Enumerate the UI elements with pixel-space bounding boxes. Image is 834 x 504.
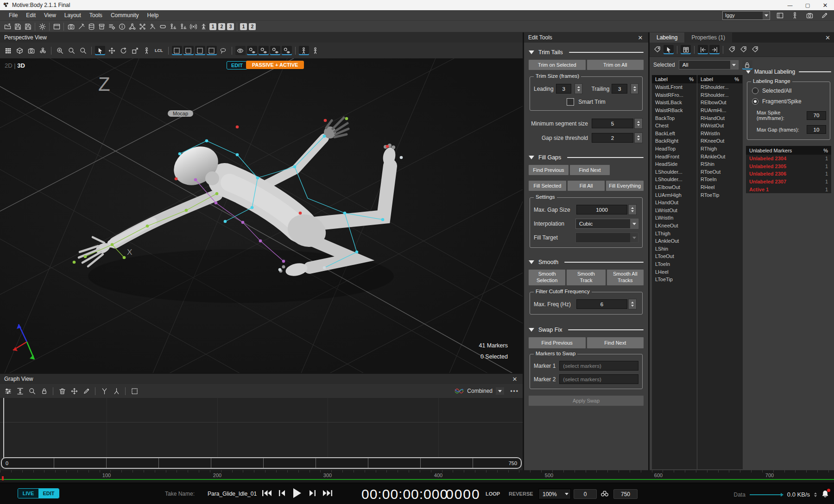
panel-assets-icon[interactable]: [775, 11, 785, 20]
select-cursor-icon[interactable]: [95, 46, 105, 55]
fillgaps-find-previous-button[interactable]: Find Previous: [529, 165, 569, 175]
unlabeled-row[interactable]: Unlabeled 23071: [746, 178, 831, 186]
viewport-3d-scene[interactable]: Z X: [0, 58, 523, 373]
archive-icon[interactable]: [96, 22, 107, 31]
info-icon[interactable]: [117, 22, 127, 31]
timeline-ruler[interactable]: 100200300400500600700: [0, 470, 834, 483]
label-row[interactable]: LAnkleOut: [652, 237, 697, 245]
mode-3d[interactable]: 3D: [17, 62, 25, 69]
label-row[interactable]: RWristOut: [697, 122, 742, 130]
tab-labeling[interactable]: Labeling: [650, 32, 684, 43]
skeleton-tracks2-icon[interactable]: [178, 22, 188, 31]
max-freq-stepper[interactable]: [628, 299, 637, 309]
fill-selected-button[interactable]: Fill Selected: [529, 181, 566, 191]
viewport-tracker-icon[interactable]: [38, 46, 48, 55]
label-cursor-icon[interactable]: [663, 45, 674, 54]
data-streaming-icon[interactable]: [86, 22, 96, 31]
chevron-down-icon[interactable]: [630, 219, 638, 228]
trim-on-selected-button[interactable]: Trim on Selected: [529, 60, 586, 70]
skeleton-solid-icon[interactable]: [310, 46, 321, 55]
chevron-down-icon[interactable]: [763, 12, 770, 19]
label-row[interactable]: RAnkleOut: [697, 152, 742, 160]
label-row[interactable]: HeadFront: [652, 152, 697, 160]
label-next-icon[interactable]: [727, 45, 737, 54]
translate-icon[interactable]: [107, 46, 117, 55]
label-row[interactable]: LHeel: [652, 268, 697, 276]
signal-icon[interactable]: [188, 22, 198, 31]
smooth-selection-button[interactable]: Smooth Selection: [529, 270, 565, 285]
layout-preset-button[interactable]: 1: [209, 23, 216, 30]
label-row[interactable]: RElbowOut: [697, 99, 742, 107]
smooth-all-tracks-button[interactable]: Smooth All Tracks: [607, 270, 644, 285]
label-row[interactable]: LUArmHigh: [652, 191, 697, 199]
gap-threshold-field[interactable]: 2: [592, 133, 633, 143]
skip-to-start-icon[interactable]: [262, 490, 272, 497]
max-freq-field[interactable]: 6: [576, 299, 627, 309]
collapse-icon[interactable]: [529, 156, 534, 159]
max-gap-size-stepper[interactable]: [628, 204, 637, 215]
edit-tools-close-icon[interactable]: ✕: [637, 34, 644, 41]
interpolation-dropdown[interactable]: Cubic: [575, 219, 638, 229]
network-icon[interactable]: [127, 22, 137, 31]
swapfix-find-previous-button[interactable]: Find Previous: [529, 337, 586, 348]
section-smooth[interactable]: Smooth: [524, 259, 648, 265]
minimize-button[interactable]: —: [781, 0, 799, 10]
settings-gear-icon[interactable]: [37, 22, 47, 31]
graph-split-icon[interactable]: [111, 386, 121, 396]
graph-marquee-icon[interactable]: [129, 386, 139, 396]
chevron-down-icon[interactable]: [730, 61, 738, 69]
marker1-field[interactable]: (select markers): [559, 361, 638, 371]
graph-mode-dropdown[interactable]: Combined: [455, 387, 504, 395]
section-swap-fix[interactable]: Swap Fix: [524, 327, 648, 333]
viewport-grid-icon[interactable]: [3, 46, 13, 55]
unlabeled-row[interactable]: Unlabeled 23061: [746, 170, 831, 178]
label-remove-icon[interactable]: [750, 45, 760, 54]
graph-zoom-icon[interactable]: [27, 386, 37, 396]
lasso-select-icon[interactable]: [218, 46, 228, 55]
notifications-bell-icon[interactable]: [821, 490, 829, 499]
min-segment-stepper[interactable]: [634, 118, 643, 129]
label-columns-icon[interactable]: [681, 45, 691, 54]
label-row[interactable]: LKneeOut: [652, 222, 697, 230]
chevron-down-icon[interactable]: [565, 493, 569, 495]
label-row[interactable]: RHandOut: [697, 114, 742, 122]
skeleton-tracks-icon[interactable]: [168, 22, 178, 31]
marquee-select-icon[interactable]: [172, 46, 182, 55]
label-row[interactable]: WaistLFront: [652, 83, 697, 91]
menu-item[interactable]: View: [40, 10, 60, 20]
menu-item[interactable]: Help: [143, 10, 163, 20]
max-gap-frames-field[interactable]: 10: [807, 125, 826, 134]
marker-lock-visibility-icon[interactable]: [259, 46, 269, 55]
collapse-icon[interactable]: [529, 50, 534, 54]
chevron-down-icon[interactable]: [496, 387, 504, 395]
data-rate-stepper[interactable]: [814, 492, 817, 497]
edit-mode-badge[interactable]: EDIT: [227, 61, 247, 69]
skeleton-visibility-icon[interactable]: [282, 46, 292, 55]
quick-label-icon[interactable]: [652, 45, 662, 54]
label-row[interactable]: LShoulder...: [652, 176, 697, 183]
collapse-icon[interactable]: [746, 70, 751, 74]
menu-item[interactable]: Tools: [85, 10, 107, 20]
viewport-camera-icon[interactable]: [26, 46, 36, 55]
fragment-spike-radio[interactable]: [752, 98, 758, 105]
label-row[interactable]: BackRight: [652, 137, 697, 145]
timeline-playhead[interactable]: [2, 476, 4, 480]
section-trim-tails[interactable]: Trim Tails: [524, 49, 648, 56]
graph-plot-area[interactable]: [0, 398, 523, 458]
save-take-as-icon[interactable]: [23, 22, 33, 31]
apply-swap-button[interactable]: Apply Swap: [529, 396, 644, 406]
smooth-track-button[interactable]: Smooth Track: [567, 270, 605, 285]
range-end-field[interactable]: 750: [613, 489, 638, 499]
leading-field[interactable]: 3: [556, 84, 572, 94]
unlabeled-row[interactable]: Unlabeled 23041: [746, 155, 831, 163]
graph-move-icon[interactable]: [69, 386, 79, 396]
label-row[interactable]: RThigh: [697, 145, 742, 153]
marquee-skeleton-select-icon[interactable]: [207, 46, 217, 55]
live-button[interactable]: LIVE: [18, 489, 38, 498]
menu-item[interactable]: Edit: [22, 10, 40, 20]
marker2-field[interactable]: (select markers): [559, 374, 638, 384]
trim-on-all-button[interactable]: Trim on All: [587, 60, 644, 70]
selected-dropdown[interactable]: All: [679, 60, 739, 69]
swapfix-find-next-button[interactable]: Find Next: [587, 337, 644, 348]
label-row[interactable]: LToeOut: [652, 252, 697, 260]
